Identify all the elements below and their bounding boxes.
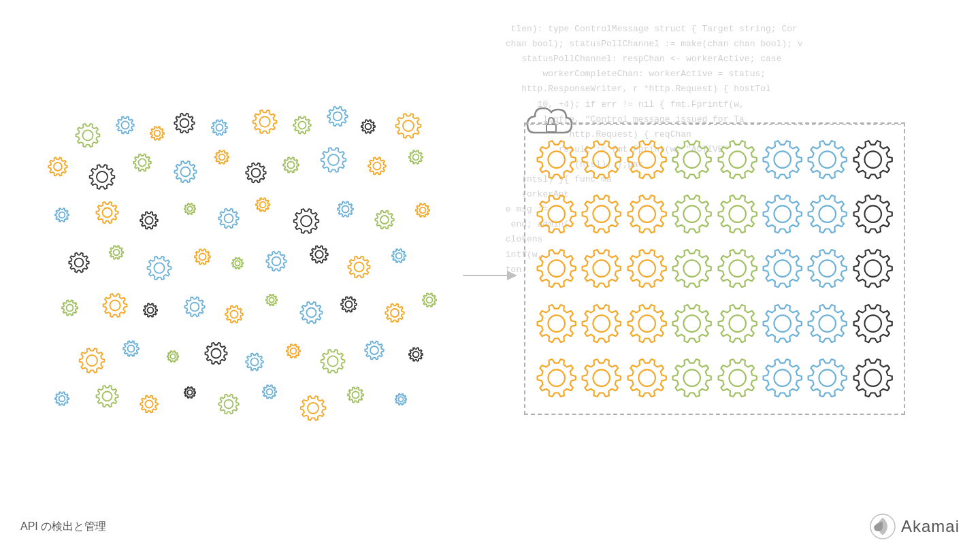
svg-point-61 <box>187 390 192 395</box>
scattered-gear-g29 <box>374 210 395 230</box>
page-caption: API の検出と管理 <box>20 520 106 534</box>
grid-gear-9 <box>581 188 622 239</box>
scattered-gear-g34 <box>194 248 211 265</box>
scattered-gear-g6 <box>252 109 278 135</box>
scattered-gear-g5 <box>211 119 228 136</box>
svg-point-81 <box>638 206 655 223</box>
svg-point-66 <box>398 397 403 401</box>
grid-gear-31 <box>852 298 894 349</box>
scattered-gear-g55 <box>286 344 301 358</box>
grid-gear-33 <box>581 352 622 403</box>
svg-point-10 <box>54 163 62 171</box>
scattered-gear-g38 <box>347 255 371 279</box>
svg-point-89 <box>638 261 655 278</box>
svg-point-98 <box>684 315 701 332</box>
svg-point-46 <box>346 301 353 308</box>
svg-point-7 <box>333 112 342 121</box>
svg-point-91 <box>729 261 746 278</box>
akamai-logo-icon <box>868 512 897 541</box>
scattered-gear-g50 <box>78 347 105 374</box>
svg-point-59 <box>103 392 112 401</box>
svg-point-78 <box>864 151 881 168</box>
scattered-gear-g26 <box>255 197 270 212</box>
svg-point-6 <box>298 121 306 129</box>
svg-point-3 <box>180 119 189 128</box>
scattered-gear-g10 <box>395 112 422 139</box>
svg-point-93 <box>819 261 836 278</box>
scattered-gear-g53 <box>204 341 228 365</box>
scattered-gear-g49 <box>422 293 437 307</box>
svg-point-5 <box>259 116 270 127</box>
svg-point-47 <box>391 309 399 317</box>
svg-point-58 <box>59 396 65 402</box>
svg-point-34 <box>235 261 240 265</box>
svg-point-19 <box>413 154 419 161</box>
scattered-gear-g24 <box>184 203 196 215</box>
svg-point-0 <box>82 130 93 140</box>
scattered-gear-g60 <box>95 384 119 408</box>
grid-gear-3 <box>671 134 713 185</box>
scattered-gear-g15 <box>214 150 229 165</box>
grid-gear-34 <box>626 352 668 403</box>
svg-point-106 <box>684 369 701 386</box>
grid-gear-17 <box>581 243 622 294</box>
scattered-gear-g39 <box>391 248 406 263</box>
grid-gear-23 <box>852 243 894 294</box>
svg-point-33 <box>199 254 206 261</box>
grid-gear-2 <box>626 134 668 185</box>
scattered-gear-g27 <box>293 207 320 235</box>
grid-gear-32 <box>536 352 577 403</box>
grid-gear-24 <box>536 298 577 349</box>
svg-point-8 <box>365 124 372 130</box>
svg-point-77 <box>819 151 836 168</box>
scattered-gear-g42 <box>143 303 158 318</box>
svg-point-11 <box>97 171 108 182</box>
svg-point-53 <box>250 358 258 365</box>
svg-point-64 <box>308 403 318 414</box>
svg-point-101 <box>819 315 836 332</box>
svg-point-50 <box>128 346 135 352</box>
svg-point-1 <box>121 121 129 129</box>
scattered-gear-g12 <box>88 163 116 190</box>
scattered-gear-g19 <box>368 156 387 176</box>
grid-gear-13 <box>762 188 803 239</box>
svg-point-82 <box>684 206 701 223</box>
grid-gear-11 <box>671 188 713 239</box>
scattered-gear-g9 <box>361 119 376 134</box>
left-panel <box>41 102 463 442</box>
scattered-gear-g48 <box>385 303 405 323</box>
svg-point-105 <box>638 369 655 386</box>
scattered-gear-g36 <box>265 250 287 272</box>
grid-gear-12 <box>717 188 758 239</box>
scattered-gear-g3 <box>150 126 165 141</box>
scattered-gear-g31 <box>68 252 90 273</box>
svg-point-107 <box>729 369 746 386</box>
scattered-gear-g25 <box>218 207 240 229</box>
scattered-gear-g52 <box>167 350 179 363</box>
svg-point-84 <box>774 206 791 223</box>
scattered-gear-g28 <box>337 201 354 218</box>
grid-gear-19 <box>671 243 713 294</box>
scattered-gear-g63 <box>218 393 240 415</box>
svg-point-23 <box>187 206 192 211</box>
svg-point-26 <box>301 216 312 227</box>
scattered-gear-g14 <box>174 160 197 184</box>
scattered-gear-g58 <box>408 347 423 362</box>
svg-point-21 <box>103 208 112 218</box>
grid-gear-21 <box>762 243 803 294</box>
scattered-gear-g44 <box>225 305 244 324</box>
svg-point-100 <box>774 315 791 332</box>
svg-point-110 <box>864 369 881 386</box>
svg-point-74 <box>684 151 701 168</box>
grid-gear-14 <box>806 188 848 239</box>
grid-gear-4 <box>717 134 758 185</box>
svg-point-87 <box>548 261 565 278</box>
svg-point-90 <box>684 261 701 278</box>
svg-point-16 <box>288 162 295 169</box>
svg-point-4 <box>216 124 223 131</box>
grid-gear-20 <box>717 243 758 294</box>
scattered-gear-g16 <box>245 162 267 184</box>
svg-point-108 <box>774 369 791 386</box>
gear-grid <box>536 134 894 403</box>
grid-gear-27 <box>671 298 713 349</box>
